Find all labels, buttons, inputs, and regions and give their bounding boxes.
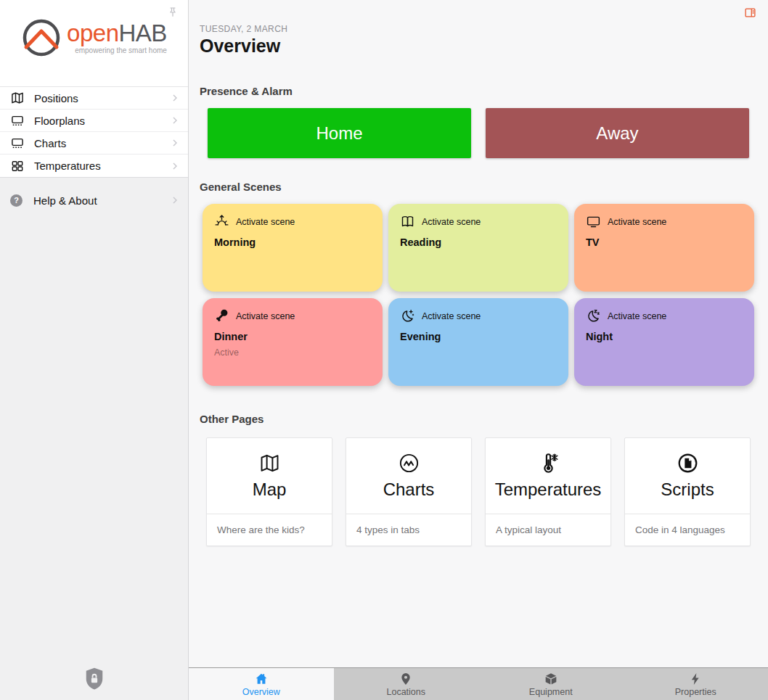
scene-grid: Activate scene Morning Activate scene Re… (203, 204, 754, 386)
scene-status: Active (214, 347, 371, 358)
presence-buttons-row: Home Away (208, 108, 749, 158)
thermometer-snowflake-icon (537, 452, 560, 474)
page-card-title: Scripts (661, 479, 714, 500)
location-pin-icon (399, 672, 413, 686)
scene-title: Evening (400, 331, 557, 342)
tab-locations[interactable]: Locations (334, 668, 479, 700)
page-card-subtitle: 4 types in tabs (346, 514, 471, 545)
page-card-title: Charts (383, 479, 435, 500)
map-icon (258, 452, 281, 474)
scene-title: Reading (400, 236, 557, 248)
scene-card-evening[interactable]: Activate scene Evening (388, 298, 568, 386)
sidebar-item-help-about[interactable]: ? Help & About (0, 189, 188, 212)
sunrise-icon (214, 214, 229, 229)
scene-title: Night (586, 331, 743, 342)
tab-equipment[interactable]: Equipment (478, 668, 624, 700)
scene-card-dinner[interactable]: Activate scene Dinner Active (203, 298, 383, 386)
sidebar-item-label: Temperatures (34, 160, 101, 172)
drumstick-icon (214, 308, 229, 324)
chevron-right-icon (169, 115, 181, 126)
scene-card-reading[interactable]: Activate scene Reading (388, 204, 568, 292)
book-icon (400, 214, 415, 229)
waveform-circle-icon (398, 452, 420, 474)
tv-icon (586, 214, 601, 229)
tab-label: Equipment (529, 687, 573, 697)
grid-icon (10, 159, 25, 173)
scene-title: Morning (214, 236, 371, 248)
moon-zzz-icon (586, 308, 601, 324)
page-card-charts[interactable]: Charts 4 types in tabs (346, 437, 472, 546)
scene-card-morning[interactable]: Activate scene Morning (203, 204, 383, 292)
scene-title: TV (586, 236, 743, 248)
map-icon (10, 91, 25, 105)
section-general-scenes: General Scenes (200, 181, 757, 193)
page-card-subtitle: Where are the kids? (207, 514, 332, 545)
sidebar: openHAB empowering the smart home Positi… (0, 0, 189, 700)
sidebar-nav: Positions Floorplans (0, 86, 188, 178)
doc-circle-icon (677, 452, 699, 474)
chevron-right-icon (169, 92, 181, 104)
page-card-title: Temperatures (495, 479, 602, 500)
sidebar-item-charts[interactable]: Charts (0, 132, 188, 155)
chevron-right-icon (169, 137, 181, 149)
scene-title: Dinner (214, 331, 371, 342)
sidebar-item-label: Charts (34, 137, 66, 149)
scene-action-label: Activate scene (422, 217, 481, 227)
page-content: TUESDAY, 2 MARCH Overview Presence & Ala… (189, 0, 768, 667)
chevron-right-icon (169, 194, 181, 206)
scene-action-label: Activate scene (422, 311, 481, 321)
away-button[interactable]: Away (486, 108, 749, 158)
pages-grid: Map Where are the kids? Charts 4 types i… (206, 437, 751, 546)
moon-stars-icon (400, 308, 415, 324)
tab-overview[interactable]: Overview (189, 668, 334, 700)
shield-lock-icon[interactable] (83, 667, 105, 693)
tab-label: Overview (242, 687, 280, 697)
help-about-label: Help & About (33, 194, 97, 207)
scene-action-label: Activate scene (236, 217, 295, 227)
sidebar-footer (0, 667, 188, 700)
scene-action-label: Activate scene (608, 311, 666, 321)
scene-card-tv[interactable]: Activate scene TV (574, 204, 754, 292)
scene-action-label: Activate scene (236, 311, 295, 321)
section-presence-alarm: Presence & Alarm (200, 85, 757, 97)
pin-icon[interactable] (166, 6, 179, 19)
sidebar-item-temperatures[interactable]: Temperatures (0, 155, 188, 177)
screen-icon (10, 113, 25, 128)
main-panel: TUESDAY, 2 MARCH Overview Presence & Ala… (189, 0, 768, 700)
sidebar-header: openHAB empowering the smart home (0, 0, 188, 86)
page-card-temperatures[interactable]: Temperatures A typical layout (485, 437, 611, 546)
tab-label: Properties (675, 687, 716, 697)
date-label: TUESDAY, 2 MARCH (200, 24, 757, 34)
section-other-pages: Other Pages (200, 413, 757, 425)
bottom-tabbar: Overview Locations Equipment (189, 667, 768, 700)
chevron-right-icon (169, 160, 181, 172)
panel-toggle-icon[interactable] (744, 7, 756, 19)
page-card-subtitle: Code in 4 languages (625, 514, 750, 545)
sidebar-item-label: Floorplans (34, 115, 85, 127)
scene-action-label: Activate scene (608, 217, 666, 227)
openhab-logo-icon (21, 17, 62, 58)
page-card-subtitle: A typical layout (486, 514, 610, 545)
page-card-scripts[interactable]: Scripts Code in 4 languages (624, 437, 751, 546)
home-button[interactable]: Home (208, 108, 471, 158)
bolt-icon (688, 672, 703, 686)
question-mark-icon: ? (10, 194, 23, 207)
openhab-logo: openHAB empowering the smart home (0, 17, 188, 58)
page-title: Overview (200, 36, 757, 57)
logo-tagline: empowering the smart home (75, 46, 167, 54)
sidebar-item-floorplans[interactable]: Floorplans (0, 110, 188, 132)
tab-properties[interactable]: Properties (624, 668, 768, 700)
sidebar-item-label: Positions (34, 92, 78, 104)
sidebar-item-positions[interactable]: Positions (0, 87, 188, 110)
page-card-title: Map (253, 479, 287, 500)
cube-icon (544, 672, 558, 686)
tab-label: Locations (386, 687, 425, 697)
page-card-map[interactable]: Map Where are the kids? (206, 437, 332, 546)
logo-text: openHAB (67, 21, 167, 45)
scene-card-night[interactable]: Activate scene Night (574, 298, 754, 386)
screen-icon (10, 136, 25, 150)
home-icon (254, 672, 269, 686)
